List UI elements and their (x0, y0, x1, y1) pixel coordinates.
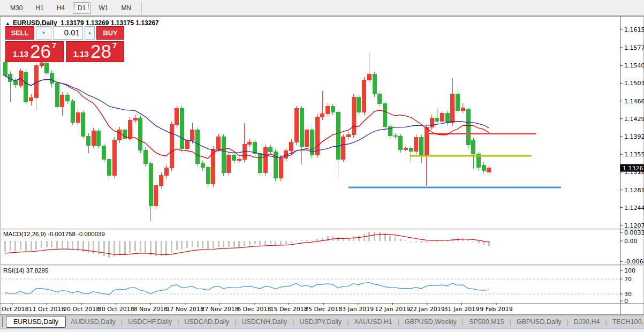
svg-text:1.14290: 1.14290 (624, 116, 644, 123)
tab-stub (2, 316, 3, 327)
svg-text:70: 70 (624, 276, 632, 283)
volume-input[interactable]: 0.01 (53, 26, 83, 40)
sell-price-prefix: 1.13 (13, 49, 28, 58)
svg-text:3 Jan 2019: 3 Jan 2019 (342, 306, 374, 313)
svg-text:31 Jan 2019: 31 Jan 2019 (444, 306, 479, 313)
svg-text:8 Nov 2018: 8 Nov 2018 (134, 306, 168, 313)
svg-text:-0.00649: -0.00649 (624, 258, 644, 265)
timeframe-button-m30[interactable]: M30 (5, 2, 27, 14)
volume-decrease-button[interactable]: ▼ (36, 26, 51, 40)
chart-tab-gbpusd-weekly[interactable]: GBPUSD,Weekly (400, 316, 461, 327)
svg-text:0: 0 (624, 298, 628, 305)
sell-button[interactable]: SELL (5, 26, 34, 40)
svg-text:30 Oct 2018: 30 Oct 2018 (98, 306, 134, 313)
svg-text:1.12440: 1.12440 (624, 205, 644, 212)
svg-text:9 Feb 2019: 9 Feb 2019 (480, 306, 512, 313)
svg-text:17 Nov 2018: 17 Nov 2018 (166, 306, 204, 313)
svg-text:1.12070: 1.12070 (624, 222, 644, 229)
sell-price-main: 26 (30, 42, 51, 61)
buy-price-main: 28 (90, 42, 111, 61)
current-price-tag: 1.13267 (620, 164, 644, 172)
svg-text:1.13267: 1.13267 (623, 165, 644, 172)
chart-tab-usdchf-daily[interactable]: USDCHF,Daily (123, 316, 177, 327)
buy-price-pip: 7 (112, 41, 117, 50)
svg-text:25 Dec 2018: 25 Dec 2018 (305, 306, 342, 313)
chart-tab-eurusd-daily[interactable]: EURUSD,Daily (6, 316, 66, 328)
svg-text:6 Dec 2018: 6 Dec 2018 (237, 306, 271, 313)
chart-tab-usdcnh-daily[interactable]: USDCNH,Daily (237, 316, 292, 327)
sell-price-box[interactable]: 1.13 26 7 (5, 41, 64, 62)
buy-price-prefix: 1.13 (73, 49, 89, 58)
timeframe-button-w1[interactable]: W1 (94, 2, 113, 14)
statusbar (0, 329, 644, 332)
svg-text:30: 30 (624, 291, 632, 298)
svg-text:1.14660: 1.14660 (624, 98, 644, 105)
chart-tab-gbpusd-daily[interactable]: GBPUSD,Daily (512, 316, 566, 327)
svg-text:22 Jan 2019: 22 Jan 2019 (410, 306, 445, 313)
svg-text:1.15770: 1.15770 (624, 44, 644, 51)
svg-text:1.16150: 1.16150 (624, 26, 644, 33)
svg-text:1.13550: 1.13550 (624, 151, 644, 158)
toolbar-separator (141, 2, 142, 14)
chart-title: ▲EURUSD,Daily 1.13179 1.13269 1.13175 1.… (5, 19, 159, 27)
one-click-trading-panel: SELL ▼ 0.01 ▲ BUY 1.13 26 7 1.13 28 7 (5, 26, 124, 62)
svg-text:1.15030: 1.15030 (624, 80, 644, 87)
svg-text:0.00: 0.00 (624, 238, 638, 245)
chart-tab-bar: EURUSD,DailyAUDUSD,Daily|USDCHF,Daily|US… (0, 315, 644, 328)
svg-text:1.15400: 1.15400 (624, 62, 644, 69)
chart-ohlc-values: 1.13179 1.13269 1.13175 1.13267 (60, 19, 159, 27)
mt4-terminal: M30H1H4D1W1MN 1.161501.157701.154001.150… (0, 0, 644, 332)
volume-increase-button[interactable]: ▲ (85, 26, 95, 40)
timeframe-button-d1[interactable]: D1 (73, 2, 90, 14)
timeframe-button-mn[interactable]: MN (116, 2, 136, 14)
chart-tab-tech100-h1[interactable]: TECH100,H1 (608, 316, 644, 327)
macd-indicator-label: MACD(12,26,9) -0.001758 -0.000039 (3, 231, 105, 237)
chart-symbol-period: EURUSD,Daily (13, 19, 57, 27)
rsi-indicator-label: RSI(14) 37.8295 (3, 267, 48, 274)
chart-tab-xauusd-h1[interactable]: XAUUSD,H1 (349, 316, 397, 327)
timeframe-button-h4[interactable]: H4 (52, 2, 70, 14)
timeframe-toolbar: M30H1H4D1W1MN (0, 0, 644, 16)
svg-text:11 Oct 2018: 11 Oct 2018 (29, 306, 65, 313)
chart-tab-sp500-m15[interactable]: SP500,M15 (464, 316, 509, 327)
svg-text:100: 100 (624, 267, 635, 274)
buy-button[interactable]: BUY (96, 26, 124, 40)
svg-text:0.003306: 0.003306 (624, 229, 644, 236)
collapse-triangle-icon[interactable]: ▲ (5, 21, 10, 26)
chart-tab-audusd-daily[interactable]: AUDUSD,Daily (66, 316, 120, 327)
chart-tab-usdjpy-daily[interactable]: USDJPY,Daily (294, 316, 346, 327)
svg-text:2 Oct 2018: 2 Oct 2018 (0, 306, 29, 313)
svg-text:1.13920: 1.13920 (624, 133, 644, 140)
svg-text:27 Nov 2018: 27 Nov 2018 (201, 306, 238, 313)
svg-text:20 Oct 2018: 20 Oct 2018 (63, 306, 100, 313)
sell-price-pip: 7 (52, 41, 56, 50)
buy-price-box[interactable]: 1.13 28 7 (66, 41, 124, 62)
svg-text:15 Dec 2018: 15 Dec 2018 (270, 306, 307, 313)
svg-text:1.12810: 1.12810 (624, 187, 644, 194)
svg-text:12 Jan 2019: 12 Jan 2019 (375, 306, 410, 313)
chart-tab-usdcad-daily[interactable]: USDCAD,Daily (179, 316, 234, 327)
timeframe-button-h1[interactable]: H1 (31, 2, 48, 14)
chart-tab-dj30-h4[interactable]: DJ30,H4 (569, 316, 605, 327)
